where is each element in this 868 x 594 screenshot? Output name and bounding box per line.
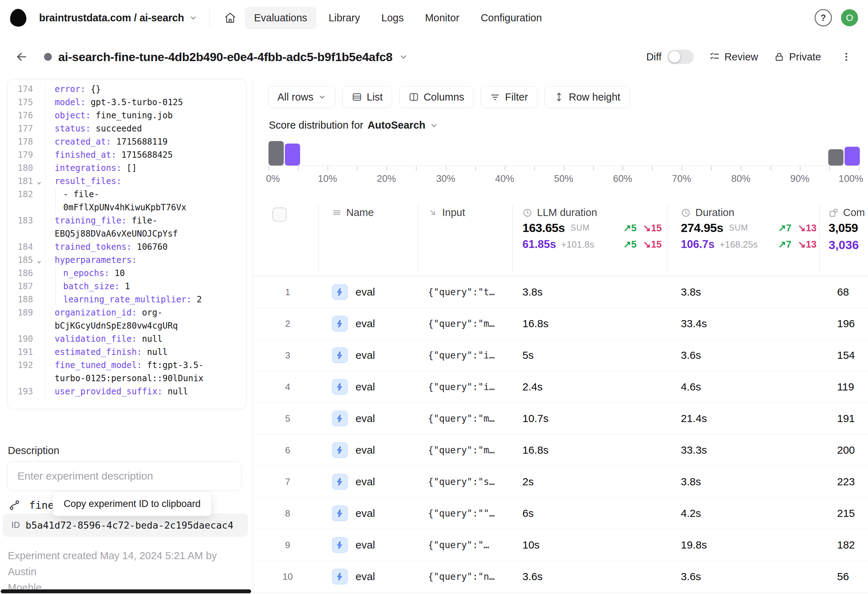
id-label: ID	[11, 520, 20, 530]
table-row[interactable]: 10 eval {"query":"n… 3.6s 3.6s 56	[252, 561, 868, 593]
row-duration: 4.6s	[681, 381, 701, 393]
braintrust-logo	[9, 8, 27, 28]
nav-tab[interactable]: Library	[319, 7, 369, 29]
rows-icon	[332, 208, 342, 217]
collapse-chevron-icon[interactable]	[33, 346, 45, 359]
collapse-chevron-icon[interactable]	[33, 109, 45, 122]
filter-icon	[490, 92, 500, 102]
collapse-chevron-icon[interactable]: ⌄	[33, 254, 45, 267]
line-number: 179	[12, 149, 33, 162]
collapse-chevron-icon[interactable]	[33, 293, 45, 306]
score-distribution-header[interactable]: Score distribution for AutoSearch	[269, 120, 438, 131]
row-number: 6	[268, 445, 307, 456]
select-all-checkbox[interactable]	[272, 207, 286, 222]
experiment-id-pill[interactable]: ID b5a41d72-8596-4c72-beda-2c195daecac4	[3, 513, 248, 537]
table-row[interactable]: 9 eval {"query":"… 10s 19.8s 182	[252, 529, 868, 561]
code-line: 176object: fine_tuning.job	[12, 109, 246, 122]
lock-icon	[774, 52, 785, 62]
horizontal-scrollbar[interactable]	[1, 590, 251, 593]
collapse-chevron-icon[interactable]	[33, 280, 45, 293]
row-number: 7	[268, 476, 307, 488]
experiment-title[interactable]: ai-search-fine-tune-4db2b490-e0e4-4fbb-a…	[58, 50, 393, 64]
clock-icon	[523, 208, 532, 218]
row-name: eval	[356, 539, 375, 551]
collapse-chevron-icon[interactable]	[33, 96, 45, 109]
collapse-chevron-icon[interactable]	[33, 332, 45, 346]
nav-tab[interactable]: Logs	[372, 7, 413, 29]
table-row[interactable]: 7 eval {"query":"s… 2s 3.8s 223	[252, 466, 868, 498]
home-button[interactable]	[221, 8, 240, 27]
collapse-chevron-icon[interactable]	[33, 267, 45, 280]
help-button[interactable]: ?	[815, 9, 832, 26]
row-completion-tokens: 154	[837, 349, 855, 361]
collapse-chevron-icon[interactable]	[33, 241, 45, 254]
columns-button[interactable]: Columns	[399, 86, 474, 108]
copy-id-tooltip: Copy experiment ID to clipboard	[53, 491, 212, 516]
dataset-link-row[interactable]: fine	[9, 499, 54, 511]
eval-bolt-icon	[332, 474, 348, 489]
column-header-name[interactable]: Name	[332, 207, 373, 219]
chevron-down-icon[interactable]	[399, 52, 408, 62]
table-row[interactable]: 6 eval {"query":"m… 16.8s 33.3s 200	[252, 434, 868, 466]
collapse-chevron-icon[interactable]: ⌄	[33, 175, 45, 188]
llm-duration-summary: 163.65s SUM ↗5↘15	[523, 221, 662, 235]
table-row[interactable]: 1 eval {"query":"t… 3.8s 3.8s 68	[252, 276, 868, 308]
code-line: 191estimated_finish: null	[12, 346, 246, 359]
row-completion-tokens: 68	[837, 286, 849, 298]
back-button[interactable]	[12, 47, 31, 66]
collapse-chevron-icon[interactable]	[33, 306, 45, 332]
top-nav-right: ? O	[815, 9, 858, 26]
diff-toggle[interactable]	[667, 50, 694, 64]
private-button[interactable]: Private	[774, 51, 821, 63]
breadcrumb-label: braintrustdata.com / ai-search	[39, 12, 184, 24]
breadcrumb[interactable]: braintrustdata.com / ai-search	[39, 12, 198, 24]
duration-summary: 274.95s SUM ↗7↘13	[681, 221, 816, 235]
collapse-chevron-icon[interactable]	[33, 149, 45, 162]
column-header-llm-duration[interactable]: LLM duration	[523, 207, 597, 219]
duration-comparison: 106.7s +168.25s ↗7↘13	[681, 238, 816, 251]
collapse-chevron-icon[interactable]	[33, 214, 45, 241]
code-line: 190validation_file: null	[12, 332, 246, 346]
regressions-badge: ↘15	[643, 239, 662, 250]
table-row[interactable]: 3 eval {"query":"i… 5s 3.6s 154	[252, 340, 868, 371]
table-row[interactable]: 5 eval {"query":"m… 10.7s 21.4s 191	[252, 403, 868, 434]
code-line: 187batch_size: 1	[12, 280, 246, 293]
line-number: 192	[12, 359, 33, 385]
collapse-chevron-icon[interactable]	[33, 83, 45, 96]
collapse-chevron-icon[interactable]	[33, 122, 45, 135]
columns-icon	[409, 92, 419, 102]
column-header-input[interactable]: Input	[428, 207, 465, 219]
line-number: 174	[12, 83, 33, 96]
table-row[interactable]: 2 eval {"query":"m… 16.8s 33.4s 196	[252, 308, 868, 340]
line-number: 175	[12, 96, 33, 109]
table-row[interactable]: 8 eval {"query":""… 6s 4.2s 215	[252, 498, 868, 529]
metadata-code-viewer[interactable]: 174error: {}175model: gpt-3.5-turbo-0125…	[7, 79, 247, 409]
eval-bolt-icon	[332, 569, 348, 584]
divider	[210, 9, 210, 27]
completion-summary: 3,059	[828, 221, 868, 235]
collapse-chevron-icon[interactable]	[33, 385, 45, 398]
nav-tab[interactable]: Configuration	[471, 7, 551, 29]
nav-tab[interactable]: Monitor	[416, 7, 469, 29]
description-input[interactable]	[7, 461, 242, 491]
review-button[interactable]: Review	[709, 51, 758, 63]
avatar[interactable]: O	[841, 9, 858, 26]
collapse-chevron-icon[interactable]	[33, 135, 45, 149]
row-height-button[interactable]: Row height	[545, 86, 630, 108]
row-name: eval	[356, 507, 375, 519]
hist-bar-100pct-comparison	[828, 149, 843, 165]
code-line: 184trained_tokens: 106760	[12, 241, 246, 254]
row-name: eval	[356, 286, 375, 298]
more-menu-button[interactable]	[837, 47, 856, 66]
column-header-duration[interactable]: Com Duration	[681, 207, 734, 219]
code-line: 188learning_rate_multiplier: 2	[12, 293, 246, 306]
collapse-chevron-icon[interactable]	[33, 359, 45, 385]
collapse-chevron-icon[interactable]	[33, 188, 45, 214]
filter-button[interactable]: Filter	[481, 86, 537, 108]
all-rows-dropdown[interactable]: All rows	[268, 86, 335, 108]
list-view-button[interactable]: List	[342, 86, 392, 108]
nav-tab[interactable]: Evaluations	[245, 7, 316, 29]
table-row[interactable]: 4 eval {"query":"i… 2.4s 4.6s 119	[252, 371, 868, 403]
column-header-completion[interactable]: Com	[828, 207, 865, 219]
collapse-chevron-icon[interactable]	[33, 162, 45, 175]
